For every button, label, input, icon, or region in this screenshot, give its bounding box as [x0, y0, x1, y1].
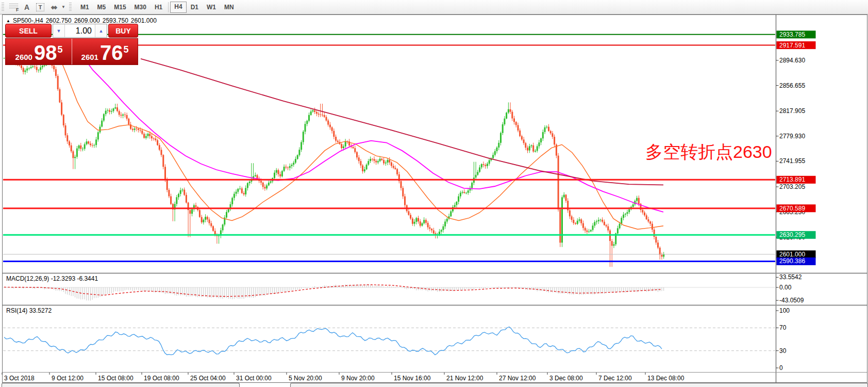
indicator-axes: 33.55420.00-43.050910070300	[776, 273, 804, 372]
svg-text:9 Nov 20:00: 9 Nov 20:00	[341, 375, 375, 382]
period-button-W1[interactable]: W1	[203, 2, 220, 12]
period-button-M1[interactable]: M1	[76, 2, 93, 12]
ohlc-open: 2602.750	[46, 17, 72, 24]
toolbar-divider	[168, 2, 169, 12]
label-tool-icon[interactable]: T	[34, 2, 47, 13]
sell-quote[interactable]: 2600 98 5	[6, 39, 72, 64]
svg-text:3 Dec 08:00: 3 Dec 08:00	[549, 375, 583, 382]
svg-text:7 Dec 12:00: 7 Dec 12:00	[598, 375, 632, 382]
sell-button[interactable]: SELL	[5, 24, 52, 38]
timeframe-toolbar: M1M5M15M30H1H4D1W1MN	[76, 2, 238, 13]
sell-price-pips: 98	[34, 41, 57, 64]
ma-slow-line	[77, 49, 663, 212]
period-button-MN[interactable]: MN	[220, 2, 238, 12]
toolbar: FAT◆◆ ▼ M1M5M15M30H1H4D1W1MN	[0, 0, 868, 14]
period-button-D1[interactable]: D1	[187, 2, 203, 12]
docked-panel-edge	[290, 383, 868, 387]
svg-text:0.00: 0.00	[779, 284, 792, 291]
symbol-period: SP500-,H4	[13, 17, 43, 24]
price-axis[interactable]: 2894.6302856.6552817.9052779.9302741.955…	[776, 57, 806, 241]
mt4-window: 2894.6302856.6552817.9052779.9302741.955…	[0, 0, 868, 387]
svg-text:19 Oct 08:00: 19 Oct 08:00	[144, 375, 179, 382]
svg-text:2917.591: 2917.591	[779, 42, 805, 49]
text-tool-icon[interactable]: A	[20, 2, 34, 13]
svg-text:2933.785: 2933.785	[779, 31, 805, 38]
buy-price-point: 5	[123, 44, 128, 55]
ma-fast-line	[58, 53, 663, 229]
svg-text:70: 70	[779, 324, 787, 331]
volume-increase-icon[interactable]: ▲	[95, 24, 107, 37]
window-frame	[3, 15, 867, 383]
svg-text:0: 0	[779, 364, 783, 372]
svg-text:-43.0509: -43.0509	[779, 297, 804, 304]
arrows-tool-icon[interactable]: ◆◆	[47, 2, 60, 13]
sell-price-major: 2600	[15, 53, 32, 61]
svg-text:2703.205: 2703.205	[779, 183, 805, 190]
svg-text:31 Oct 00:00: 31 Oct 00:00	[236, 375, 272, 382]
chevron-down-icon[interactable]: ▼	[61, 5, 65, 9]
chart-annotation[interactable]: 多空转折点2630	[645, 140, 772, 164]
ohlc-close: 2601.000	[131, 17, 157, 24]
svg-text:2713.891: 2713.891	[779, 176, 805, 183]
svg-text:2601.000: 2601.000	[779, 251, 805, 258]
docked-panel-edge	[2, 383, 240, 387]
volume-input[interactable]: 1.00	[65, 24, 95, 37]
buy-price-major: 2601	[81, 53, 98, 61]
svg-text:100: 100	[779, 307, 790, 314]
svg-text:25 Oct 04:00: 25 Oct 04:00	[190, 375, 226, 382]
quote-display: 2600 98 5 2601 76 5	[5, 38, 138, 65]
buy-quote[interactable]: 2601 76 5	[72, 39, 138, 64]
collapse-triangle-icon[interactable]: ▲	[6, 19, 10, 23]
macd-indicator-label: MACD(12,26,9) -12.3293 -6.3441	[6, 275, 98, 282]
svg-text:2630.295: 2630.295	[779, 231, 805, 238]
svg-text:2590.386: 2590.386	[779, 257, 805, 265]
period-button-H1[interactable]: H1	[151, 2, 166, 12]
macd-panel	[3, 284, 775, 301]
svg-text:13 Dec 08:00: 13 Dec 08:00	[647, 375, 685, 382]
toolbar-drag-handle[interactable]	[69, 3, 72, 12]
ohlc-high: 2609.000	[74, 17, 100, 24]
svg-text:5 Nov 20:00: 5 Nov 20:00	[289, 375, 322, 382]
chart-title: ▲SP500-,H42602.7502609.0002593.7502601.0…	[6, 17, 159, 24]
rsi-indicator-label: RSI(14) 33.5272	[6, 307, 52, 314]
svg-text:21 Nov 12:00: 21 Nov 12:00	[446, 375, 483, 382]
svg-text:2894.630: 2894.630	[779, 57, 805, 64]
sell-price-point: 5	[57, 44, 62, 55]
period-button-M15[interactable]: M15	[110, 2, 130, 12]
fibonacci-tool-icon[interactable]: F	[7, 2, 20, 13]
svg-text:3 Oct 2018: 3 Oct 2018	[4, 375, 35, 382]
buy-button[interactable]: BUY	[108, 24, 138, 38]
period-button-M30[interactable]: M30	[130, 2, 151, 12]
time-axis[interactable]: 3 Oct 20189 Oct 12:0015 Oct 08:0019 Oct …	[2, 373, 685, 382]
svg-text:33.5542: 33.5542	[779, 273, 802, 281]
svg-text:27 Nov 12:00: 27 Nov 12:00	[499, 375, 536, 382]
svg-text:2779.930: 2779.930	[779, 133, 805, 140]
one-click-trading-panel: SELL ▼ 1.00 ▲ BUY 2600 98 5 2601 76 5	[5, 24, 138, 65]
svg-text:15 Nov 16:00: 15 Nov 16:00	[394, 375, 431, 382]
quote-divider	[72, 39, 72, 64]
volume-decrease-icon[interactable]: ▼	[53, 24, 65, 37]
period-button-M5[interactable]: M5	[93, 2, 110, 12]
svg-text:2817.905: 2817.905	[779, 107, 805, 115]
volume-stepper: ▼ 1.00 ▲	[53, 24, 107, 38]
svg-text:2856.655: 2856.655	[779, 82, 805, 89]
svg-text:2670.589: 2670.589	[779, 205, 805, 212]
svg-text:30: 30	[779, 347, 787, 354]
toolbar-drag-handle[interactable]	[2, 3, 4, 12]
period-button-H4[interactable]: H4	[170, 2, 186, 13]
rsi-panel	[3, 327, 775, 355]
buy-price-pips: 76	[100, 41, 123, 64]
svg-text:9 Oct 12:00: 9 Oct 12:00	[52, 375, 84, 382]
svg-text:2741.955: 2741.955	[779, 157, 805, 165]
ohlc-low: 2593.750	[103, 17, 128, 24]
price-badges: 2933.7852917.5912713.8912670.5892630.295…	[777, 30, 816, 265]
ma-long-line	[141, 59, 663, 185]
svg-text:15 Oct 08:00: 15 Oct 08:00	[98, 375, 133, 382]
